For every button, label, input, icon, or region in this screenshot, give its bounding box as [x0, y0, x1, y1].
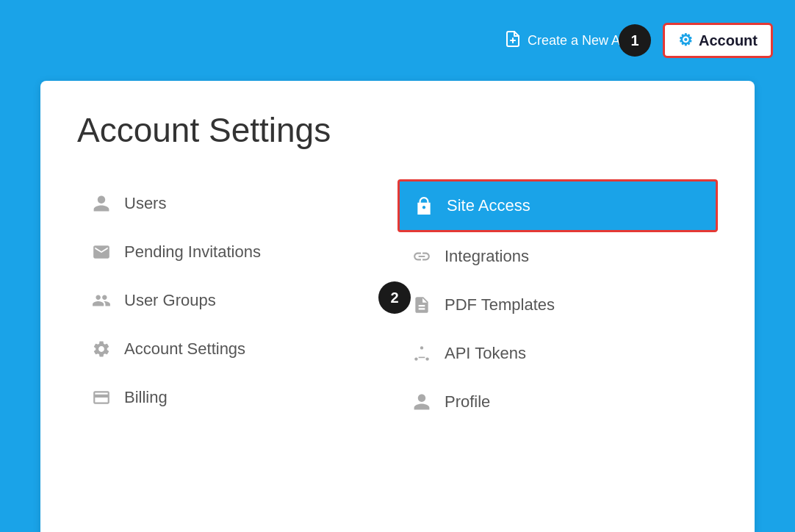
- right-menu-column: Site Access Integrations PDF Templates A…: [398, 179, 718, 426]
- left-menu-column: Users Pending Invitations User Groups Ac…: [77, 179, 398, 426]
- main-card: Account Settings 2 Users Pending Invitat…: [40, 81, 755, 532]
- step-2-badge: 2: [378, 281, 411, 314]
- page-title: Account Settings: [77, 110, 718, 150]
- account-settings-label: Account Settings: [124, 339, 245, 359]
- file-icon: [412, 295, 431, 314]
- user-icon: [92, 194, 111, 213]
- lock-icon: [414, 196, 434, 215]
- svg-point-2: [420, 346, 423, 349]
- menu-item-user-groups[interactable]: User Groups: [77, 276, 398, 325]
- api-icon: [412, 344, 431, 363]
- account-label: Account: [699, 32, 758, 49]
- user-groups-label: User Groups: [124, 291, 216, 310]
- header: Create a New Article 1 ⚙ Account: [0, 0, 795, 81]
- menu-item-pending-invitations[interactable]: Pending Invitations: [77, 228, 398, 276]
- step-1-badge: 1: [619, 24, 651, 57]
- profile-icon: [412, 392, 431, 411]
- gear-icon: ⚙: [678, 31, 693, 50]
- menu-item-site-access[interactable]: Site Access: [398, 179, 718, 232]
- svg-point-4: [425, 357, 428, 360]
- menu-item-account-settings[interactable]: Account Settings: [77, 325, 398, 373]
- menu-item-users[interactable]: Users: [77, 179, 398, 228]
- pending-invitations-label: Pending Invitations: [124, 242, 261, 262]
- header-actions: Create a New Article 1 ⚙ Account: [504, 23, 773, 58]
- integrations-label: Integrations: [445, 247, 529, 266]
- link-icon: [412, 247, 431, 266]
- users-label: Users: [124, 194, 166, 213]
- menu-item-integrations[interactable]: Integrations: [398, 232, 718, 281]
- menu-item-profile[interactable]: Profile: [398, 378, 718, 426]
- profile-label: Profile: [445, 392, 490, 411]
- site-access-label: Site Access: [447, 196, 530, 215]
- envelope-icon: [92, 242, 111, 262]
- billing-icon: [92, 388, 111, 407]
- menu-item-billing[interactable]: Billing: [77, 373, 398, 422]
- users-icon: [92, 291, 111, 310]
- api-tokens-label: API Tokens: [445, 344, 526, 363]
- account-button[interactable]: ⚙ Account: [663, 23, 773, 58]
- svg-point-3: [414, 357, 417, 360]
- billing-label: Billing: [124, 388, 168, 407]
- menu-item-api-tokens[interactable]: API Tokens: [398, 329, 718, 378]
- pdf-templates-label: PDF Templates: [445, 295, 555, 314]
- create-article-icon: [504, 30, 522, 51]
- menu-item-pdf-templates[interactable]: PDF Templates: [398, 281, 718, 329]
- settings-icon: [92, 339, 111, 359]
